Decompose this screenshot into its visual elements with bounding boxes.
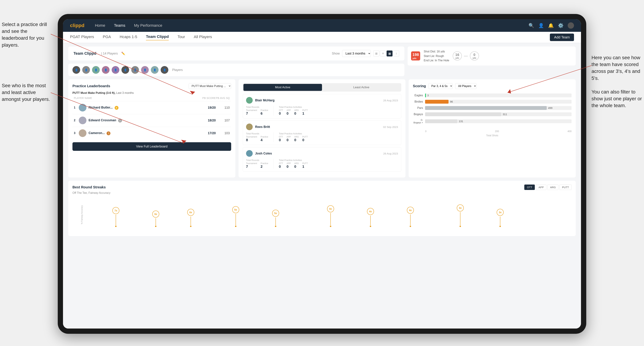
ott-stat-1: OTT 0 [279,109,283,116]
view-grid-icon[interactable]: ⊞ [373,50,379,56]
shot-distance-value: 198 [412,52,419,57]
player-avatar-9[interactable]: 👤 [151,66,158,74]
player-avatar-3[interactable]: 👤 [92,66,100,74]
scoring-footer: Total Shots [413,134,572,137]
shot-card: 198 yds Shot Dist: 16 yds Start Lie: Rou… [408,46,576,65]
shot-dist-label: Shot Dist: 16 yds [424,49,449,54]
ott-stat-3: OTT 0 [279,162,283,169]
bell-icon[interactable]: 🔔 [548,23,554,28]
pac-date-2: 02 Sep 2023 [383,126,398,128]
nav-teams[interactable]: Teams [114,23,125,28]
app-stat-1: APP 0 [286,109,291,116]
subnav-pga[interactable]: PGA [103,35,111,40]
lb-player-name-2: Edward Crossman [88,119,116,122]
view-card-icon[interactable]: ▦ [386,50,392,56]
lb-subtitle-drill: PUTT Must Make Putting (3-6 ft), [72,91,115,94]
streak-stem-10 [500,216,500,225]
tournament-label-3: Tournament [246,162,257,165]
view-sort-icon[interactable]: ↕ [393,50,399,56]
subnav-team-clippd[interactable]: Team Clippd [146,34,169,40]
show-label: Show [332,52,340,55]
app-value-1: 0 [286,112,291,116]
subnav-hcaps[interactable]: Hcaps 1-5 [120,35,137,40]
team-name: Team Clippd [74,51,96,56]
annotation-bottom-left: See who is the most and least active amo… [2,82,51,103]
filter-ott[interactable]: OTT [524,184,535,190]
subnav-all-players[interactable]: All Players [194,35,212,40]
circle1-value: 16 [455,53,459,57]
leaderboard-dropdown[interactable]: PUTT Must Make Putting ... [189,83,231,89]
divider-3 [273,159,274,169]
lb-avg-2: 107 [216,119,230,122]
player-avatar-5[interactable]: 👤 [112,66,119,74]
settings-icon[interactable]: ⚙️ [558,23,564,28]
player-avatar-1[interactable]: 👤 [72,66,80,74]
activities-row-3: OTT 0 APP 0 ARG 0 [279,162,308,169]
annotation-right-text2: You can also filter to show just one pla… [592,88,642,109]
player-avatar-4[interactable]: 👤 [102,66,110,74]
player-avatar-8[interactable]: 👤 [141,66,149,74]
view-list-icon[interactable]: ≡ [380,50,386,56]
nav-performance[interactable]: My Performance [134,23,162,28]
activity-toggle: Most Active Least Active [243,83,402,92]
player-avatar-2[interactable]: 👤 [82,66,90,74]
bar-label-eagles: Eagles [413,94,425,97]
pac-header-3: Josh Coles 26 Aug 2023 [246,150,398,157]
lb-rank-1: 1 [74,106,79,109]
subnav-tour[interactable]: Tour [178,35,185,40]
view-leaderboard-button[interactable]: View Full Leaderboard [72,142,231,151]
x-label-0: 0 [425,130,426,133]
streak-bubble-6: 4x [327,205,334,212]
bar-track-birdies: 96 [425,100,572,104]
subnav-pgat[interactable]: PGAT Players [70,35,94,40]
player-avatar-6[interactable]: 👤 [122,66,129,74]
filter-putt[interactable]: PUTT [560,184,572,190]
filter-app[interactable]: APP [536,184,546,190]
team-info-col: Team Clippd | 14 Players ✏️ Show Last 3 … [68,46,404,76]
total-rounds-label-3: Total Rounds [246,159,268,162]
start-lie-label: Start Lie: Rough [424,54,449,58]
pac-name-3: Josh Coles [255,152,381,155]
least-active-tab[interactable]: Least Active [322,84,400,91]
bar-track-eagles: 3 [425,93,572,97]
putt-label-3: PUTT [302,162,308,165]
tournament-label-2: Tournament [246,136,257,138]
edit-icon[interactable]: ✏️ [121,51,125,55]
player-avatar-7[interactable]: 👤 [131,66,139,74]
lb-rank-3: 3 [74,132,79,135]
arg-value-2: 0 [294,138,299,142]
most-active-tab[interactable]: Most Active [244,84,322,91]
player-avatar-10[interactable]: 👤 [161,66,168,74]
par-filter-dropdown[interactable]: Par 3, 4 & 5s [428,83,453,89]
filter-arg[interactable]: ARG [548,184,558,190]
end-lie-label: End Lie: In The Hole [424,58,449,63]
navbar: clippd Home Teams My Performance 🔍 👤 🔔 ⚙… [63,19,581,32]
add-team-button[interactable]: Add Team [550,33,574,41]
ott-stat-2: OTT 0 [279,136,283,142]
player-filter-dropdown[interactable]: All Players [455,83,476,89]
tournament-value-2: 8 [246,138,257,142]
streak-dot-10 [500,226,501,227]
user-avatar[interactable] [568,22,574,29]
shot-distance-unit: yds [412,57,419,60]
streak-stem-5 [276,217,276,225]
streak-bubble-3: 6x [187,209,194,216]
streak-stem-1 [116,215,116,225]
rounds-row-1: Tournament 7 Practice 6 [246,109,268,116]
bar-track-pars: 499 [425,106,572,110]
shot-info-text: Shot Dist: 16 yds Start Lie: Rough End L… [424,49,449,63]
search-icon[interactable]: 🔍 [528,23,534,28]
lb-badge-bronze: 3 [106,131,110,135]
x-axis: 0 200 400 [413,130,572,133]
person-icon[interactable]: 👤 [538,23,544,28]
arg-label-1: ARG [294,109,299,112]
circle2-unit: yds [473,57,476,59]
nav-home[interactable]: Home [95,23,105,28]
activities-label-3: Total Practice Activities [279,159,308,162]
bar-label-birdies: Birdies [413,100,425,103]
show-dropdown[interactable]: Last 3 months Last 6 months Last year [342,50,371,57]
pac-header-2: Rees Britt 02 Sep 2023 [246,124,398,130]
putt-stat-3: PUTT 1 [302,162,308,169]
leaderboard-header: Practice Leaderboards PUTT Must Make Put… [72,83,231,89]
pac-stats-3: Total Rounds Tournament 7 Practice 2 [246,159,398,169]
